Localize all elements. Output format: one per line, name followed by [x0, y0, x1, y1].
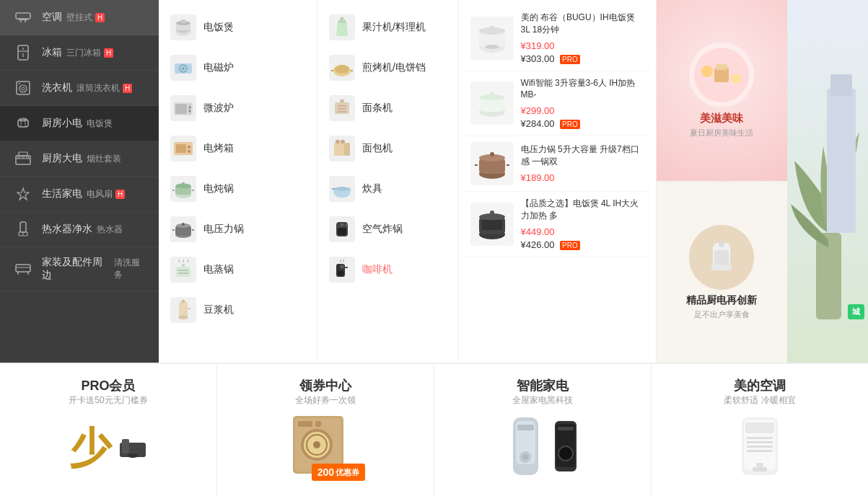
cat-pressure[interactable]: 电压力锅 — [159, 209, 317, 249]
ac-card-subtitle: 柔软舒适 冷暖相宜 — [724, 394, 795, 407]
svg-point-145 — [558, 446, 573, 461]
svg-rect-121 — [714, 250, 729, 265]
cat-soymilk[interactable]: 豆浆机 — [159, 290, 317, 330]
svg-rect-97 — [489, 26, 495, 31]
svg-rect-135 — [298, 421, 312, 427]
pro-card-title: PRO会员 — [81, 377, 135, 394]
cat-wok[interactable]: 炊具 — [317, 169, 458, 209]
sidebar-label-sub-water: 热水器 — [97, 223, 123, 236]
svg-point-68 — [338, 20, 346, 23]
promo-card-jingpin[interactable]: 精品厨电再创新 足不出户享美食 — [657, 182, 787, 363]
cat-stewpot[interactable]: 电炖锅 — [159, 169, 317, 209]
svg-point-64 — [178, 315, 188, 319]
coupon-badge: 200优惠券 — [312, 464, 365, 481]
water-icon — [12, 221, 35, 238]
smart-card-subtitle: 全屋家电黑科技 — [512, 394, 573, 407]
svg-point-56 — [182, 223, 185, 226]
svg-rect-1 — [18, 19, 28, 20]
dropdown-left-categories: 电饭煲 电磁炉 — [159, 0, 317, 363]
sidebar-label-sub-washer: 滚筒洗衣机 — [76, 82, 120, 94]
product-info-3: 电压力锅 5升大容量 升级7档口感 一锅双 ¥189.00 — [521, 143, 644, 184]
cat-pressure-label: 电压力锅 — [203, 223, 244, 236]
product-name-4: 【品质之选】电饭煲 4L IH大火力加热 多 — [521, 198, 644, 222]
cat-pancake-label: 煎烤机/电饼铛 — [362, 61, 426, 74]
sidebar-item-ac[interactable]: 空调 壁挂式 H — [0, 0, 159, 35]
svg-rect-50 — [182, 182, 185, 186]
sidebar-item-kitchen-big[interactable]: 厨房大电 烟灶套装 — [0, 141, 159, 177]
washer-icon — [12, 79, 35, 97]
svg-point-106 — [490, 152, 494, 156]
svg-rect-148 — [745, 422, 774, 433]
sidebar: 空调 壁挂式 H 冰箱 三门冰箱 H — [0, 0, 159, 363]
svg-rect-116 — [716, 64, 727, 70]
cat-airfry[interactable]: 空气炸锅 — [317, 209, 458, 249]
product-price-pro-1: ¥303.00 — [521, 53, 555, 64]
sidebar-label-main-ac: 空调 — [42, 11, 62, 24]
svg-rect-69 — [341, 17, 343, 19]
svg-point-122 — [719, 242, 724, 247]
cat-juicer[interactable]: 果汁机/料理机 — [317, 7, 458, 48]
svg-point-134 — [313, 441, 320, 448]
svg-rect-153 — [756, 463, 763, 467]
cat-soymilk-label: 豆浆机 — [203, 304, 234, 316]
cat-induction-label: 电磁炉 — [203, 61, 234, 74]
bottom-card-coupon[interactable]: 领券中心 全场好券一次领 200优惠券 — [217, 364, 434, 496]
sidebar-label-main-fridge: 冰箱 — [42, 46, 62, 59]
ac-card-title: 美的空调 — [734, 377, 786, 394]
right-banner-badge: 城 — [848, 304, 864, 319]
cat-rice[interactable]: 电饭煲 — [159, 7, 317, 48]
promo-meizi-title: 美滋美味 — [700, 112, 743, 125]
product-item-2[interactable]: Wifi智能 3升容量3-6人 IH加热 MB- ¥299.00 ¥284.00… — [465, 71, 650, 137]
cat-pancake[interactable]: 煎烤机/电饼铛 — [317, 48, 458, 88]
promo-card-meizi[interactable]: 美滋美味 夏日厨房美味生活 — [657, 0, 787, 182]
cat-steam[interactable]: 电蒸锅 — [159, 249, 317, 290]
cat-bread[interactable]: 面包机 — [317, 128, 458, 169]
dropdown-right-categories: 果汁机/料理机 煎烤机/电饼铛 — [317, 0, 459, 363]
coupon-card-subtitle: 全场好券一次领 — [295, 394, 356, 407]
ac-icon — [12, 9, 35, 26]
svg-rect-126 — [830, 74, 852, 96]
bottom-card-pro[interactable]: PRO会员 开卡送50元无门槛券 少 — [0, 364, 217, 496]
svg-marker-22 — [17, 188, 29, 200]
product-item-4[interactable]: 【品质之选】电饭煲 4L IH大火力加热 多 ¥449.00 ¥426.00 P… — [465, 192, 650, 257]
svg-point-9 — [19, 85, 27, 92]
product-price-orig-3: ¥189.00 — [521, 172, 555, 183]
product-item-3[interactable]: 电压力锅 5升大容量 升级7档口感 一锅双 ¥189.00 — [465, 136, 650, 192]
bottom-card-ac[interactable]: 美的空调 柔软舒适 冷暖相宜 — [652, 364, 868, 496]
pro-badge-1: PRO — [560, 55, 580, 64]
sidebar-item-water[interactable]: 热水器净水 热水器 — [0, 212, 159, 247]
cat-airfry-label: 空气炸锅 — [362, 223, 403, 236]
sidebar-item-washer[interactable]: 洗衣机 滚筒洗衣机 H — [0, 71, 159, 106]
cat-microwave[interactable]: 微波炉 — [159, 88, 317, 128]
sidebar-item-kitchen-small[interactable]: 厨房小电 电饭煲 — [0, 106, 159, 141]
sidebar-label-sub-life: 电风扇 — [87, 188, 113, 200]
cat-induction-icon — [170, 55, 196, 81]
promo-meizi-subtitle: 夏日厨房美味生活 — [690, 128, 753, 138]
cat-noodle[interactable]: 面条机 — [317, 88, 458, 128]
cat-coffee-label: 咖啡机 — [362, 263, 393, 276]
svg-point-85 — [335, 187, 349, 191]
bottom-card-smart[interactable]: 智能家电 全屋家电黑科技 — [434, 364, 652, 496]
svg-point-113 — [490, 211, 494, 215]
svg-rect-154 — [753, 467, 767, 471]
svg-rect-59 — [176, 267, 190, 277]
sidebar-item-fridge[interactable]: 冰箱 三门冰箱 H — [0, 35, 159, 71]
cat-oven[interactable]: 电烤箱 — [159, 128, 317, 169]
product-price-orig-1: ¥319.00 — [521, 40, 555, 51]
product-info-2: Wifi智能 3升容量3-6人 IH加热 MB- ¥299.00 ¥284.00… — [521, 77, 644, 130]
cat-microwave-icon — [170, 95, 196, 121]
svg-rect-136 — [315, 421, 321, 427]
product-thumb-2 — [470, 81, 514, 125]
svg-rect-102 — [490, 92, 494, 97]
product-thumb-1 — [470, 17, 514, 60]
cat-coffee[interactable]: 咖啡机 — [317, 249, 458, 290]
sidebar-item-life[interactable]: 生活家电 电风扇 H — [0, 177, 159, 212]
cat-wok-label: 炊具 — [362, 182, 382, 195]
cat-bread-icon — [329, 136, 355, 161]
cat-induction[interactable]: 电磁炉 — [159, 48, 317, 88]
sidebar-item-furniture[interactable]: 家装及配件周边 清洗服务 — [0, 247, 159, 291]
product-item-1[interactable]: 美的 布谷（BUGU）IH电饭煲 3L 18分钟 ¥319.00 ¥303.00… — [465, 6, 650, 71]
svg-point-89 — [346, 224, 348, 226]
cat-coffee-icon — [329, 257, 355, 283]
cat-pressure-icon — [170, 216, 196, 242]
